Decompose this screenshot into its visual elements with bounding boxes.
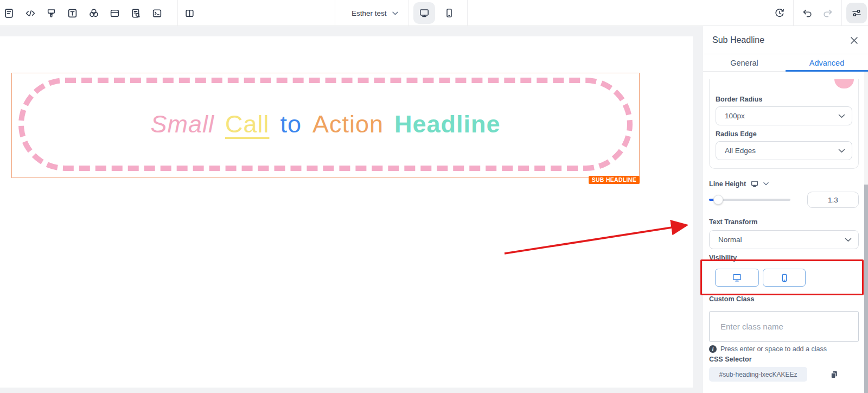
editor-main: Small Call to Action Headline SUB HEADLI… [0,26,868,393]
border-radius-select[interactable]: 100px [716,106,852,125]
slider-thumb[interactable] [713,195,723,205]
panel-scrollbar-thumb[interactable] [864,185,868,393]
sub-headline-text[interactable]: Small Call to Action Headline [150,110,500,138]
text-transform-select[interactable]: Normal [709,230,859,249]
colors-icon[interactable] [83,0,104,26]
toolbar-divider [841,0,842,26]
css-selector-value: #sub-heading-lxecKAKEEz [709,367,807,382]
page-surface[interactable]: Small Call to Action Headline SUB HEADLI… [0,36,693,388]
toolbar-center-group: Esther test [335,0,468,26]
toolbar-divider [793,0,794,26]
visibility-mobile-icon[interactable] [763,269,806,287]
sliders-icon[interactable] [846,3,867,23]
visibility-toggle [715,269,859,287]
sub-headline-selection[interactable]: Small Call to Action Headline SUB HEADLI… [11,73,640,178]
radius-edge-label: Radius Edge [716,130,852,138]
chevron-down-icon [838,149,845,153]
panel-header: Sub Headline [703,26,868,54]
text-transform-label: Text Transform [709,218,859,226]
line-height-label: Line Height [709,180,746,188]
panel-title: Sub Headline [712,35,764,45]
redo-icon[interactable] [818,0,838,26]
terminal-icon[interactable] [146,0,168,26]
text-transform-value: Normal [718,236,742,244]
close-icon[interactable] [847,34,860,47]
chevron-down-icon[interactable] [763,182,769,186]
radius-edge-value: All Edges [725,147,756,155]
headline-word: Action [312,110,384,138]
headline-word: Headline [394,110,501,138]
toolbar-right-group [769,0,868,26]
visibility-label: Visibility [709,254,859,262]
toolbar-divider [177,0,178,26]
element-type-badge: SUB HEADLINE [589,176,640,184]
form-icon[interactable] [0,0,20,26]
settings-panel: Sub Headline General Advanced Border Rad… [703,26,868,393]
chevron-down-icon [392,11,398,15]
chevron-down-icon [838,114,845,118]
custom-class-label: Custom Class [709,295,859,303]
border-settings-card: Border Radius 100px Radius Edge All Edge… [709,79,859,169]
border-radius-value: 100px [725,112,745,120]
text-icon[interactable] [62,0,83,26]
radius-edge-select[interactable]: All Edges [716,141,852,160]
headline-word: Call [225,110,270,138]
desktop-icon[interactable] [413,2,435,24]
top-toolbar: Esther test [0,0,868,26]
border-color-swatch[interactable] [834,79,854,88]
panel-tabs: General Advanced [703,54,868,72]
tab-advanced[interactable]: Advanced [786,54,868,71]
columns-icon[interactable] [179,0,200,26]
desktop-icon[interactable] [750,180,759,188]
info-icon: i [709,345,717,353]
css-selector-label: CSS Selector [709,356,859,363]
history-icon[interactable] [769,0,790,26]
css-selector-row: #sub-heading-lxecKAKEEz [709,367,859,382]
custom-class-hint: i Press enter or space to add a class [709,345,859,353]
mobile-icon[interactable] [438,2,460,24]
browser-icon[interactable] [104,0,125,26]
custom-class-input[interactable] [709,311,859,342]
brush-icon[interactable] [41,0,62,26]
visibility-desktop-icon[interactable] [715,269,759,287]
copy-icon[interactable] [829,370,839,379]
tab-general[interactable]: General [703,54,786,71]
dashed-border-decoration: Small Call to Action Headline [18,78,633,171]
headline-word: to [280,110,302,138]
line-height-input[interactable] [807,192,859,208]
undo-icon[interactable] [797,0,818,26]
canvas-area: Small Call to Action Headline SUB HEADLI… [0,26,703,393]
page-search-icon[interactable] [125,0,146,26]
toolbar-divider [408,0,409,26]
toolbar-left-group [0,0,200,26]
toolbar-divider [467,0,468,26]
border-radius-label: Border Radius [716,96,852,103]
panel-content: Border Radius 100px Radius Edge All Edge… [703,72,868,393]
chevron-down-icon [845,238,852,242]
page-selector-dropdown[interactable]: Esther test [335,0,408,26]
headline-word: Small [150,110,214,138]
page-selector-label: Esther test [352,9,387,17]
line-height-slider[interactable] [709,192,790,208]
code-icon[interactable] [20,0,41,26]
